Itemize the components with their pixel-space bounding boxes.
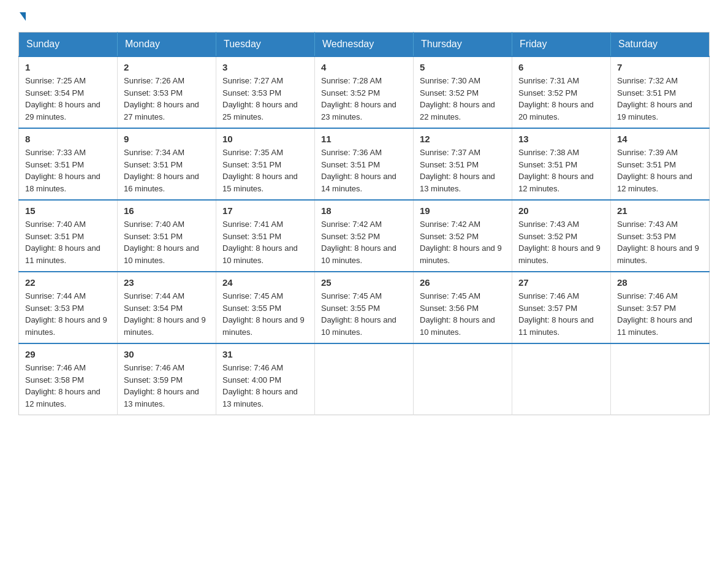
page-header — [18, 12, 710, 21]
day-number: 12 — [420, 134, 506, 144]
day-info: Sunrise: 7:27 AMSunset: 3:53 PMDaylight:… — [222, 75, 308, 123]
day-number: 3 — [222, 62, 308, 72]
day-info: Sunrise: 7:32 AMSunset: 3:51 PMDaylight:… — [617, 75, 703, 123]
day-number: 15 — [25, 205, 111, 216]
calendar-cell — [512, 343, 611, 415]
calendar-cell: 9Sunrise: 7:34 AMSunset: 3:51 PMDaylight… — [118, 128, 216, 200]
day-info: Sunrise: 7:45 AMSunset: 3:55 PMDaylight:… — [321, 290, 407, 338]
day-info: Sunrise: 7:30 AMSunset: 3:52 PMDaylight:… — [420, 75, 506, 123]
calendar-cell: 16Sunrise: 7:40 AMSunset: 3:51 PMDayligh… — [118, 200, 216, 272]
day-info: Sunrise: 7:45 AMSunset: 3:56 PMDaylight:… — [420, 290, 506, 338]
calendar-cell: 30Sunrise: 7:46 AMSunset: 3:59 PMDayligh… — [118, 343, 216, 415]
day-info: Sunrise: 7:25 AMSunset: 3:54 PMDaylight:… — [25, 75, 111, 123]
calendar-cell: 19Sunrise: 7:42 AMSunset: 3:52 PMDayligh… — [414, 200, 512, 272]
day-info: Sunrise: 7:41 AMSunset: 3:51 PMDaylight:… — [222, 218, 308, 266]
day-info: Sunrise: 7:45 AMSunset: 3:55 PMDaylight:… — [222, 290, 308, 338]
calendar-cell: 10Sunrise: 7:35 AMSunset: 3:51 PMDayligh… — [216, 128, 315, 200]
day-number: 16 — [124, 205, 210, 216]
weekday-header-monday: Monday — [118, 33, 216, 57]
calendar-cell: 23Sunrise: 7:44 AMSunset: 3:54 PMDayligh… — [118, 272, 216, 343]
day-info: Sunrise: 7:46 AMSunset: 3:59 PMDaylight:… — [124, 362, 210, 410]
calendar-cell: 8Sunrise: 7:33 AMSunset: 3:51 PMDaylight… — [19, 128, 118, 200]
logo-triangle-icon — [20, 12, 26, 21]
day-info: Sunrise: 7:36 AMSunset: 3:51 PMDaylight:… — [321, 147, 407, 194]
day-info: Sunrise: 7:42 AMSunset: 3:52 PMDaylight:… — [321, 218, 407, 266]
weekday-header-sunday: Sunday — [19, 33, 118, 57]
day-info: Sunrise: 7:37 AMSunset: 3:51 PMDaylight:… — [420, 147, 506, 194]
day-info: Sunrise: 7:46 AMSunset: 4:00 PMDaylight:… — [222, 362, 308, 410]
day-number: 10 — [222, 134, 308, 144]
calendar-cell: 6Sunrise: 7:31 AMSunset: 3:52 PMDaylight… — [512, 56, 611, 128]
day-number: 24 — [222, 277, 308, 288]
day-number: 22 — [25, 277, 111, 288]
calendar-week-1: 1Sunrise: 7:25 AMSunset: 3:54 PMDaylight… — [19, 56, 710, 128]
day-number: 19 — [420, 205, 506, 216]
day-number: 17 — [222, 205, 308, 216]
calendar-cell: 1Sunrise: 7:25 AMSunset: 3:54 PMDaylight… — [19, 56, 118, 128]
day-info: Sunrise: 7:43 AMSunset: 3:53 PMDaylight:… — [617, 218, 703, 266]
day-info: Sunrise: 7:46 AMSunset: 3:58 PMDaylight:… — [25, 362, 111, 410]
day-number: 26 — [420, 277, 506, 288]
day-number: 31 — [222, 349, 308, 359]
day-number: 14 — [617, 134, 703, 144]
weekday-header-friday: Friday — [512, 33, 611, 57]
day-info: Sunrise: 7:40 AMSunset: 3:51 PMDaylight:… — [124, 218, 210, 266]
calendar-cell: 14Sunrise: 7:39 AMSunset: 3:51 PMDayligh… — [611, 128, 710, 200]
calendar-week-3: 15Sunrise: 7:40 AMSunset: 3:51 PMDayligh… — [19, 200, 710, 272]
calendar-cell: 31Sunrise: 7:46 AMSunset: 4:00 PMDayligh… — [216, 343, 315, 415]
calendar-cell: 13Sunrise: 7:38 AMSunset: 3:51 PMDayligh… — [512, 128, 611, 200]
day-info: Sunrise: 7:35 AMSunset: 3:51 PMDaylight:… — [222, 147, 308, 194]
day-number: 7 — [617, 62, 703, 72]
calendar-cell: 15Sunrise: 7:40 AMSunset: 3:51 PMDayligh… — [19, 200, 118, 272]
day-number: 4 — [321, 62, 407, 72]
calendar-cell: 2Sunrise: 7:26 AMSunset: 3:53 PMDaylight… — [118, 56, 216, 128]
day-info: Sunrise: 7:31 AMSunset: 3:52 PMDaylight:… — [518, 75, 604, 123]
calendar-header: SundayMondayTuesdayWednesdayThursdayFrid… — [19, 33, 710, 57]
day-info: Sunrise: 7:34 AMSunset: 3:51 PMDaylight:… — [124, 147, 210, 194]
calendar-cell: 5Sunrise: 7:30 AMSunset: 3:52 PMDaylight… — [414, 56, 512, 128]
day-number: 2 — [124, 62, 210, 72]
day-info: Sunrise: 7:46 AMSunset: 3:57 PMDaylight:… — [617, 290, 703, 338]
day-number: 5 — [420, 62, 506, 72]
day-number: 9 — [124, 134, 210, 144]
calendar-cell: 20Sunrise: 7:43 AMSunset: 3:52 PMDayligh… — [512, 200, 611, 272]
calendar-cell: 7Sunrise: 7:32 AMSunset: 3:51 PMDaylight… — [611, 56, 710, 128]
calendar-cell — [611, 343, 710, 415]
day-number: 6 — [518, 62, 604, 72]
calendar-cell: 4Sunrise: 7:28 AMSunset: 3:52 PMDaylight… — [315, 56, 414, 128]
day-number: 8 — [25, 134, 111, 144]
calendar-cell: 22Sunrise: 7:44 AMSunset: 3:53 PMDayligh… — [19, 272, 118, 343]
weekday-header-thursday: Thursday — [414, 33, 512, 57]
calendar-cell: 12Sunrise: 7:37 AMSunset: 3:51 PMDayligh… — [414, 128, 512, 200]
calendar-cell: 25Sunrise: 7:45 AMSunset: 3:55 PMDayligh… — [315, 272, 414, 343]
day-info: Sunrise: 7:39 AMSunset: 3:51 PMDaylight:… — [617, 147, 703, 194]
day-info: Sunrise: 7:40 AMSunset: 3:51 PMDaylight:… — [25, 218, 111, 266]
day-info: Sunrise: 7:26 AMSunset: 3:53 PMDaylight:… — [124, 75, 210, 123]
calendar-cell: 27Sunrise: 7:46 AMSunset: 3:57 PMDayligh… — [512, 272, 611, 343]
day-number: 13 — [518, 134, 604, 144]
day-number: 1 — [25, 62, 111, 72]
day-info: Sunrise: 7:44 AMSunset: 3:54 PMDaylight:… — [124, 290, 210, 338]
day-info: Sunrise: 7:42 AMSunset: 3:52 PMDaylight:… — [420, 218, 506, 266]
calendar-cell: 28Sunrise: 7:46 AMSunset: 3:57 PMDayligh… — [611, 272, 710, 343]
calendar-cell: 24Sunrise: 7:45 AMSunset: 3:55 PMDayligh… — [216, 272, 315, 343]
day-number: 29 — [25, 349, 111, 359]
day-number: 27 — [518, 277, 604, 288]
day-number: 25 — [321, 277, 407, 288]
calendar-cell: 3Sunrise: 7:27 AMSunset: 3:53 PMDaylight… — [216, 56, 315, 128]
day-info: Sunrise: 7:44 AMSunset: 3:53 PMDaylight:… — [25, 290, 111, 338]
calendar-cell: 18Sunrise: 7:42 AMSunset: 3:52 PMDayligh… — [315, 200, 414, 272]
day-info: Sunrise: 7:38 AMSunset: 3:51 PMDaylight:… — [518, 147, 604, 194]
logo — [18, 12, 26, 21]
day-number: 23 — [124, 277, 210, 288]
day-number: 11 — [321, 134, 407, 144]
day-number: 20 — [518, 205, 604, 216]
day-number: 21 — [617, 205, 703, 216]
day-info: Sunrise: 7:28 AMSunset: 3:52 PMDaylight:… — [321, 75, 407, 123]
calendar-week-2: 8Sunrise: 7:33 AMSunset: 3:51 PMDaylight… — [19, 128, 710, 200]
day-number: 30 — [124, 349, 210, 359]
day-info: Sunrise: 7:33 AMSunset: 3:51 PMDaylight:… — [25, 147, 111, 194]
weekday-header-tuesday: Tuesday — [216, 33, 315, 57]
day-number: 28 — [617, 277, 703, 288]
calendar-cell: 26Sunrise: 7:45 AMSunset: 3:56 PMDayligh… — [414, 272, 512, 343]
